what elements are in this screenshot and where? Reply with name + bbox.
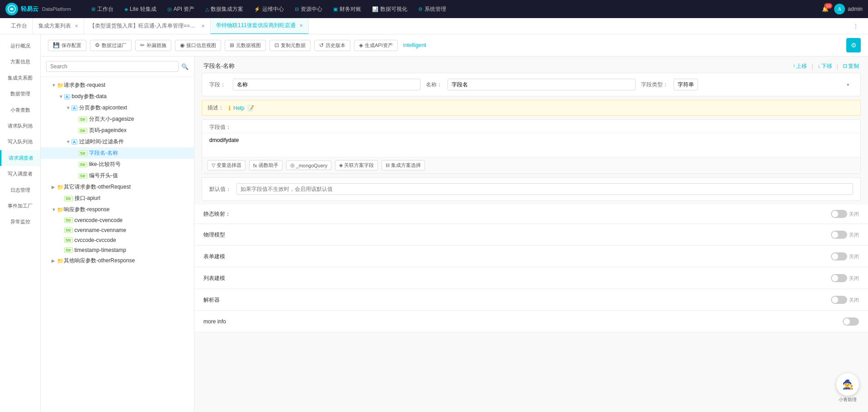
up-action[interactable]: ↑ 上移: [793, 62, 807, 70]
solution-select-button[interactable]: ⊟ 集成方案选择: [382, 160, 425, 170]
sidebar-item-data-mgmt[interactable]: 数据管理: [0, 86, 40, 102]
static-mapping-track: [831, 210, 847, 218]
nav-dataviz[interactable]: 📊 数据可视化: [368, 0, 412, 18]
help-link[interactable]: Help: [233, 105, 245, 111]
tab-store-chain-close[interactable]: ✕: [201, 24, 205, 28]
tab-more-button[interactable]: ⋮: [849, 23, 863, 30]
save-config-button[interactable]: 💾 保存配置: [48, 40, 86, 51]
func-helper-button[interactable]: fx 函数助手: [249, 160, 283, 170]
nav-workspace[interactable]: ⊞ 工作台: [87, 0, 118, 18]
tree-node-page-params[interactable]: ▼ A 分页参数-apicontext: [41, 102, 194, 114]
sidebar-item-event-factory[interactable]: 事件加工厂: [0, 198, 40, 214]
tree-node-filter-time[interactable]: ▼ A 过滤时间-过滤条件: [41, 136, 194, 147]
down-action[interactable]: ↓ 下移: [818, 62, 832, 70]
notification-button[interactable]: 🔔 10: [822, 6, 829, 12]
tree-node-pageindex[interactable]: Str 页码-pageindex: [41, 125, 194, 136]
intelligent-link[interactable]: intelligent: [403, 42, 426, 48]
sidebar-data-mgmt-label: 数据管理: [10, 91, 30, 96]
copy-action[interactable]: ⊡ 复制: [843, 62, 859, 70]
field-form-section: 字段： 名称： 字段类型： 字符串 整数 浮点数 布尔 日期: [202, 73, 861, 96]
nav-resource[interactable]: ⊟ 资源中心: [290, 0, 327, 18]
tree-node-response-params[interactable]: ▼ 📁 响应参数-response: [41, 204, 194, 215]
tree-node-field-name[interactable]: Str 字段名-名称: [41, 147, 194, 159]
sidebar-item-relation-map[interactable]: 集成关系图: [0, 70, 40, 86]
tab-solution-list-close[interactable]: ✕: [75, 24, 78, 28]
form-model-toggle[interactable]: 关闭: [831, 252, 859, 260]
search-input[interactable]: [46, 61, 179, 72]
field-input[interactable]: [233, 79, 420, 90]
tab-current-close[interactable]: ✕: [299, 23, 303, 28]
nav-data-collect[interactable]: △ 数据集成方案: [201, 0, 248, 18]
tree-node-other-request[interactable]: ▶ 📁 其它请求参数-otherRequest: [41, 181, 194, 193]
sidebar-relation-map-label: 集成关系图: [8, 75, 33, 81]
sidebar-item-xiaoqing[interactable]: 小青查数: [0, 102, 40, 118]
sidebar-item-log-mgmt[interactable]: 日志管理: [0, 182, 40, 198]
assoc-field-button[interactable]: ◈ 关联方案字段: [335, 160, 378, 170]
toggle-request-params[interactable]: ▼: [52, 83, 57, 88]
toggle-response-params[interactable]: ▼: [52, 207, 57, 212]
field-value-textarea[interactable]: dmodifydate: [202, 133, 860, 156]
data-filter-button[interactable]: ⚙ 数据过滤厂: [90, 40, 132, 51]
tree-node-cvenname[interactable]: Str cvenname-cvenname: [41, 225, 194, 235]
nav-api[interactable]: ◎ API 资产: [163, 0, 199, 18]
copy-meta-button[interactable]: ⊡ 复制元数据: [269, 40, 311, 51]
sidebar-item-write-pool[interactable]: 写入队列池: [0, 134, 40, 150]
meta-view-button[interactable]: ⊞ 元数据视图: [225, 40, 266, 51]
sidebar-item-request-scheduler[interactable]: 请求调度者: [0, 150, 40, 166]
remedy-button[interactable]: ✏ 补漏措施: [135, 40, 171, 51]
tab-current[interactable]: 帝特物联111张套供应商到旺店通 ✕: [211, 18, 309, 34]
sidebar-item-write-scheduler[interactable]: 写入调度者: [0, 166, 40, 182]
toggle-other-response[interactable]: ▶: [52, 258, 57, 263]
static-mapping-toggle[interactable]: 关闭: [831, 210, 859, 218]
tree-node-api-url[interactable]: Str 接口-apiurl: [41, 193, 194, 204]
search-icon[interactable]: 🔍: [181, 63, 189, 70]
toggle-other-request[interactable]: ▶: [52, 185, 57, 189]
toggle-body-params[interactable]: ▼: [59, 94, 64, 99]
nav-lite[interactable]: ◈ Lite 轻集成: [120, 0, 161, 18]
default-value-input[interactable]: [236, 183, 853, 195]
save-config-icon: 💾: [53, 42, 60, 48]
tree-node-timestamp[interactable]: Str timestamp-timestamp: [41, 245, 194, 255]
tree-node-prefix-val[interactable]: Str 编号开头-值: [41, 170, 194, 181]
description-box: 描述： ℹ Help 📝: [202, 100, 861, 116]
physical-model-toggle[interactable]: 关闭: [831, 231, 859, 239]
list-model-toggle[interactable]: 关闭: [831, 274, 859, 282]
sidebar-item-overview[interactable]: 运行概况: [0, 38, 40, 54]
parser-toggle[interactable]: 关闭: [831, 296, 859, 304]
nav-ops[interactable]: ⚡ 运维中心: [250, 0, 288, 18]
sidebar-item-solution-info[interactable]: 方案信息: [0, 54, 40, 70]
nav-sysadmin[interactable]: ⚙ 系统管理: [414, 0, 451, 18]
more-info-toggle[interactable]: [843, 317, 859, 326]
user-menu[interactable]: A admin: [834, 4, 863, 14]
tree-node-like-sign[interactable]: Str like-比较符号: [41, 159, 194, 170]
settings-fab-button[interactable]: ⚙: [846, 38, 861, 52]
mongo-query-button[interactable]: ◎ _mongoQuery: [286, 161, 332, 170]
nav-finance[interactable]: ▣ 财务对账: [329, 0, 366, 18]
toggle-page-params[interactable]: ▼: [66, 105, 71, 110]
type-select[interactable]: 字符串 整数 浮点数 布尔 日期 数组 对象: [674, 79, 698, 90]
toggle-filter-time[interactable]: ▼: [66, 139, 71, 144]
tree-node-body-params[interactable]: ▼ A body参数-data: [41, 91, 194, 102]
list-model-text: 关闭: [849, 275, 859, 282]
tree-node-cvscode[interactable]: Str cvccode-cvccode: [41, 235, 194, 245]
sidebar-item-anomaly-monitor[interactable]: 异常监控: [0, 214, 40, 230]
api-view-button[interactable]: ◉ 接口信息视图: [175, 40, 221, 51]
finance-icon: ▣: [333, 6, 338, 12]
history-button[interactable]: ↺ 历史版本: [314, 40, 350, 51]
assistant-area: 🧙 小青助理: [836, 373, 859, 403]
notification-badge: 10: [824, 3, 832, 9]
tree-node-other-response[interactable]: ▶ 📁 其他响应参数-otherResponse: [41, 255, 194, 266]
tree-node-cvencode[interactable]: Str cvencode-cvencode: [41, 215, 194, 225]
remedy-label: 补漏措施: [146, 42, 166, 49]
tree-node-pagesize[interactable]: Str 分页大小-pagesize: [41, 114, 194, 125]
sidebar-item-request-pool[interactable]: 请求队列池: [0, 118, 40, 134]
tab-bar: 工作台 集成方案列表 ✕ 【类型退货预入库】旺店通-入库单管理==>金蝶-其他入…: [0, 18, 868, 34]
tab-workspace[interactable]: 工作台: [5, 18, 33, 34]
var-selector-button[interactable]: ▽ 变量选择器: [208, 160, 245, 170]
tab-solution-list[interactable]: 集成方案列表 ✕: [33, 18, 84, 34]
assistant-button[interactable]: 🧙: [836, 373, 859, 396]
tab-store-chain[interactable]: 【类型退货预入库】旺店通-入库单管理==>金蝶-其他入库单 ✕: [84, 18, 211, 34]
tree-node-request-params[interactable]: ▼ 📁 请求参数-request: [41, 80, 194, 91]
gen-api-button[interactable]: ◈ 生成API资产: [354, 40, 398, 51]
name-input[interactable]: [448, 79, 635, 90]
